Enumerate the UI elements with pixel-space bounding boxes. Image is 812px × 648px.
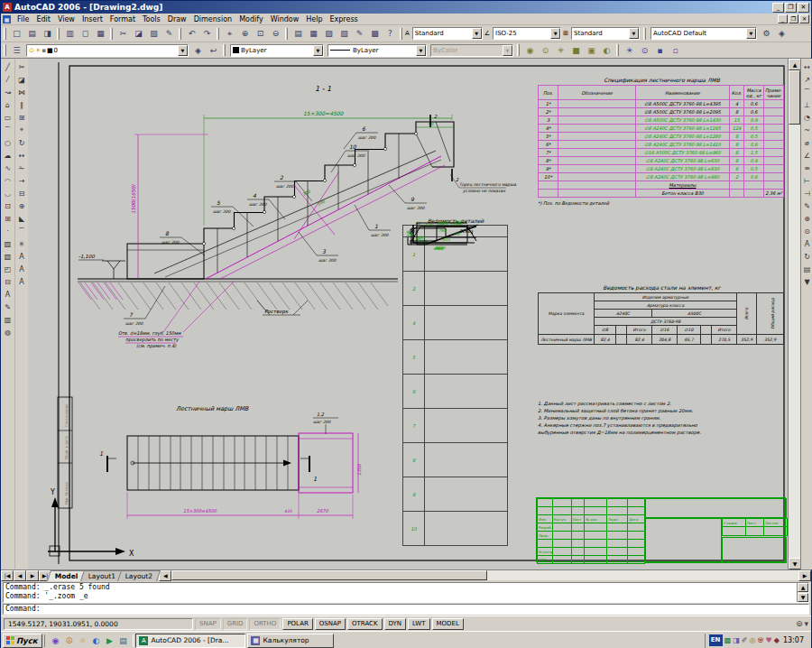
markup-icon[interactable]: ✎ — [352, 26, 367, 41]
toolbar-grip[interactable] — [179, 28, 181, 40]
toolbar-grip[interactable] — [616, 44, 619, 56]
chevron-down-icon[interactable]: ▼ — [629, 28, 639, 39]
tray-icon-3[interactable]: ✐ — [742, 636, 748, 644]
model-toggle[interactable]: MODEL — [432, 618, 464, 630]
ellipse-arc-icon[interactable]: ◡ — [2, 187, 14, 199]
insert-block-icon[interactable]: ⊡ — [2, 199, 14, 212]
vscroll-thumb[interactable] — [789, 70, 800, 125]
polar-toggle[interactable]: POLAR — [282, 618, 312, 630]
move-icon[interactable]: ⌖ — [16, 124, 28, 136]
tab-first-icon[interactable]: |◀ — [1, 570, 14, 581]
linear-dimension-icon[interactable]: ↔ — [801, 60, 812, 73]
tray-icon-4[interactable]: ◎ — [749, 636, 755, 644]
menu-modify[interactable]: Modify — [235, 15, 267, 23]
desktop-icon[interactable]: ◉ — [49, 634, 61, 647]
otrack-toggle[interactable]: OTRACK — [347, 618, 383, 630]
baseline-icon[interactable]: ⊢ — [801, 174, 812, 187]
media-player-icon[interactable]: ☼ — [76, 634, 88, 647]
tool-palettes-icon[interactable]: ▨ — [321, 26, 337, 41]
text-style-icon[interactable]: A — [16, 263, 28, 275]
scroll-up-icon[interactable]: ▲ — [789, 59, 801, 70]
leader-icon[interactable]: ✎ — [801, 199, 812, 212]
layer-freeze-icon[interactable]: ✳ — [553, 43, 568, 58]
menu-view[interactable]: View — [54, 15, 78, 23]
arc-icon[interactable]: ⌒ — [2, 124, 14, 136]
layer-isolate-icon[interactable]: ◉ — [522, 43, 538, 58]
join-icon[interactable]: ⊕ — [16, 199, 28, 212]
make-object-layer-current-icon[interactable]: ◈ — [190, 43, 206, 58]
chevron-down-icon[interactable]: ▼ — [550, 28, 560, 39]
polygon-icon[interactable]: ⌂ — [2, 98, 14, 111]
close-button[interactable]: ✕ — [798, 3, 809, 13]
circle-icon[interactable]: ○ — [2, 136, 14, 149]
layer-lock-icon[interactable]: ■ — [568, 43, 584, 58]
toolbar-grip[interactable] — [285, 28, 288, 40]
toolbar-grip[interactable] — [4, 44, 6, 56]
toolbar-grip[interactable] — [517, 44, 520, 56]
table-style-combo[interactable]: Standard▼ — [571, 27, 640, 40]
language-indicator[interactable]: EN — [709, 634, 723, 646]
table-icon[interactable]: ⊟ — [2, 275, 14, 288]
toolbar-grip[interactable] — [217, 28, 219, 40]
dimension-text-edit-icon[interactable]: A — [801, 237, 812, 250]
scroll-down-icon[interactable]: ▼ — [798, 593, 808, 602]
chevron-down-icon[interactable]: ▼ — [416, 45, 426, 56]
chevron-down-icon[interactable]: ▼ — [178, 45, 188, 56]
erase-icon[interactable]: ✂ — [16, 60, 28, 73]
ellipse-icon[interactable]: ◠ — [2, 174, 14, 187]
gradient-icon[interactable]: ▧ — [2, 250, 14, 263]
menu-format[interactable]: Format — [106, 15, 139, 23]
doc-minimize-button[interactable]: _ — [778, 14, 788, 23]
trim-icon[interactable]: ✁ — [16, 162, 28, 174]
quick-dimension-icon[interactable]: ≡ — [801, 162, 812, 174]
title-bar[interactable]: A AutoCAD 2006 - [Drawing2.dwg] _ ❐ ✕ — [1, 1, 811, 14]
chevron-down-icon[interactable]: ▼ — [472, 28, 482, 39]
layer-off-icon[interactable]: ⊙ — [538, 43, 553, 58]
angular-icon[interactable]: ∠ — [801, 149, 812, 162]
layer-combo[interactable]: ⊙ ☀ ▪ ■ 0 ▼ — [26, 44, 189, 57]
toolbar-grip[interactable] — [400, 28, 402, 40]
make-block-icon[interactable]: ⊞ — [2, 212, 14, 225]
layer-match-icon[interactable]: ◐ — [599, 43, 614, 58]
revcloud-icon[interactable]: ☁ — [2, 149, 14, 162]
stretch-icon[interactable]: ↔ — [16, 149, 28, 162]
rectangle-icon[interactable]: ▭ — [2, 111, 14, 124]
menu-edit[interactable]: Edit — [32, 15, 54, 23]
menu-express[interactable]: Express — [327, 15, 362, 23]
fillet-icon[interactable]: ⌒ — [16, 225, 28, 237]
area-icon[interactable]: ▥ — [2, 313, 14, 326]
sheet-set-manager-icon[interactable]: ▧ — [337, 26, 352, 41]
outlook-icon[interactable]: ◐ — [89, 634, 102, 647]
tray-icon-5[interactable]: ♼ — [757, 636, 763, 644]
rotate-icon[interactable]: ↻ — [16, 136, 28, 149]
properties-icon[interactable]: ▤ — [291, 26, 306, 41]
tab-next-icon[interactable]: ▶ — [26, 570, 39, 581]
coordinates-readout[interactable]: 1549.5127, 19031.0951, 0.0000 — [4, 618, 193, 630]
document-icon[interactable]: ▦ — [3, 15, 11, 23]
doc-restore-button[interactable]: ❐ — [789, 14, 798, 23]
workspace-save-icon[interactable]: ◈ — [774, 26, 789, 41]
dist-icon[interactable]: ✎ — [2, 301, 14, 313]
lock-icon[interactable]: ▪ — [652, 43, 668, 58]
unlock-icon[interactable]: ▫ — [668, 43, 683, 58]
dim-style-combo[interactable]: ISO-25▼ — [493, 27, 561, 40]
plot-icon[interactable]: ▥ — [62, 26, 78, 41]
scroll-down-icon[interactable]: ▼ — [789, 558, 801, 569]
copy-icon[interactable]: ◪ — [131, 26, 146, 41]
scroll-up-icon[interactable]: ▲ — [798, 583, 808, 592]
extend-icon[interactable]: → — [16, 174, 28, 187]
pan-icon[interactable]: ⌖ — [222, 26, 237, 41]
tab-prev-icon[interactable]: ◀ — [14, 570, 26, 581]
tray-icon-2[interactable]: ◨ — [733, 636, 740, 644]
menu-draw[interactable]: Draw — [164, 15, 190, 23]
explode-icon[interactable]: ✳ — [16, 237, 28, 250]
ie-icon[interactable]: ☮ — [62, 634, 75, 647]
toolbar-grip[interactable] — [4, 28, 6, 40]
menu-dimension[interactable]: Dimension — [190, 15, 236, 23]
taskbar-item-calculator[interactable]: ▦ Калькулятор — [247, 634, 334, 648]
menu-help[interactable]: Help — [302, 15, 326, 23]
continue-icon[interactable]: ⊣ — [801, 187, 812, 199]
scale-text-icon[interactable]: A — [16, 275, 28, 288]
array-icon[interactable]: ⊞ — [16, 111, 28, 124]
ordinate-icon[interactable]: ⊥ — [801, 98, 812, 111]
